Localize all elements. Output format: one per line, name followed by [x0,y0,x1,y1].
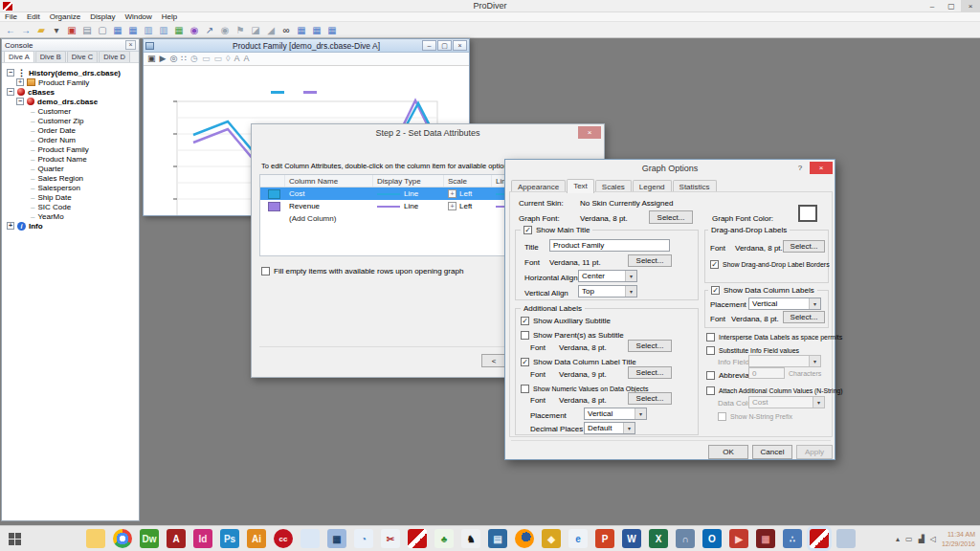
tree-item-column-9[interactable]: Ship Date [37,193,71,202]
palette-icon[interactable]: ▭ [202,55,211,63]
tree-item-column-8[interactable]: Salesperson [37,184,79,192]
abbreviate-checkbox[interactable] [706,371,715,380]
attach-nstring-checkbox[interactable] [706,386,715,395]
show-parents-subtitle-checkbox[interactable] [521,331,529,340]
substitute-info-checkbox[interactable] [706,346,715,355]
outlook-icon[interactable]: O [702,529,722,548]
flag-icon[interactable]: ⚑ [234,23,247,36]
cross-tab-icon[interactable]: ▦ [126,23,140,36]
title-input[interactable]: Product Family [549,239,670,252]
excel-icon[interactable]: X [649,529,668,548]
back-button[interactable]: < [481,354,506,367]
calculator-icon[interactable]: ▦ [327,529,346,548]
expand-icon[interactable]: − [7,88,14,96]
tab-dive-a[interactable]: Dive A [4,51,34,62]
dreamweaver-icon[interactable]: Dw [140,529,159,548]
file-explorer-icon[interactable] [86,529,105,548]
fill-empty-items-checkbox[interactable] [261,267,270,276]
back-icon[interactable]: ← [4,23,17,36]
maximize-button[interactable]: ▢ [942,0,961,12]
close-button[interactable]: × [961,0,980,12]
acrobat-icon[interactable]: A [167,529,186,548]
dive-window-titlebar[interactable]: Product Family [demo_drs.cbase-Dive A] –… [144,39,469,53]
indesign-icon[interactable]: Id [193,529,212,548]
dragdrop-font-select-button[interactable]: Select... [783,240,825,253]
show-main-title-checkbox[interactable]: ✓ [523,226,532,234]
scale-header[interactable]: Scale [444,175,492,187]
tree-item-column-1[interactable]: Customer Zip [37,117,83,125]
creative-cloud-icon[interactable]: cc [274,529,293,548]
console-close-icon[interactable]: × [125,40,136,50]
tree-item-column-4[interactable]: Product Family [37,145,88,154]
labels-placement-dropdown[interactable]: Vertical [748,298,821,310]
illustrator-icon[interactable]: Ai [247,529,266,548]
volume-icon[interactable]: ◁ [930,535,936,543]
pointer-icon[interactable]: ▶ [160,55,167,63]
grid-app-icon[interactable]: ▦ [756,529,775,548]
menu-item-0[interactable]: File [5,12,17,21]
menu-item-3[interactable]: Display [90,12,115,21]
tree-item-column-10[interactable]: SIC Code [37,203,71,211]
font-underline-icon[interactable]: A [243,55,249,63]
green-table-icon[interactable]: ▦ [172,23,186,36]
expand-icon[interactable]: + [16,78,24,86]
start-button[interactable] [0,526,29,551]
sphere-icon[interactable]: ◉ [188,23,201,36]
graph-options-close-button[interactable]: × [810,162,833,174]
show-data-column-label-title-checkbox[interactable]: ✓ [521,358,529,366]
tree-item-product-family[interactable]: Product Family [38,78,89,87]
lock-icon[interactable]: ∩ [676,529,695,548]
tree-item-column-0[interactable]: Customer [37,107,71,116]
expand-icon[interactable]: − [16,98,24,105]
tree-item-cbase[interactable]: demo_drs.cbase [37,98,98,106]
tree-item-column-7[interactable]: Sales Region [37,174,83,183]
cluster-app-icon[interactable]: ∴ [783,529,802,548]
area-chart-icon[interactable]: ◢ [264,23,278,36]
show-numeric-values-checkbox[interactable] [521,385,529,393]
window-minimize-button[interactable]: – [422,40,436,51]
tab-dive-c[interactable]: Dive C [67,51,99,62]
marker-icon[interactable]: ∷ [181,55,187,63]
find-icon[interactable]: ∞ [279,23,293,36]
step2-titlebar[interactable]: Step 2 - Set Data Attributes × [252,124,604,142]
tree-item-history[interactable]: History(demo_drs.cbase) [29,69,121,77]
help-button[interactable]: ? [792,162,808,174]
notebook-icon[interactable] [301,529,320,548]
firefox-icon[interactable] [515,529,534,548]
minimize-button[interactable]: – [923,0,942,12]
tree-item-column-2[interactable]: Order Date [37,126,76,135]
tree-item-column-3[interactable]: Order Num [37,136,76,144]
apply-button[interactable]: Apply [796,445,833,459]
zoom-icon[interactable]: ◎ [169,55,177,63]
table-view-icon[interactable]: ▦ [295,23,308,36]
intersperse-checkbox[interactable] [706,333,715,342]
line-chart-icon[interactable]: ↗ [203,23,216,36]
photoshop-icon[interactable]: Ps [220,529,239,548]
pc-status-icon[interactable]: ▭ [905,535,913,543]
expand-icon[interactable]: + [7,222,14,230]
green-app-icon[interactable]: ♣ [434,529,454,548]
lock-icon[interactable]: ▣ [147,55,156,63]
report-icon[interactable]: ▥ [157,23,170,36]
tree-item-info[interactable]: Info [29,222,43,231]
decimal-places-dropdown[interactable]: Default [584,422,635,434]
expand-icon[interactable]: − [7,69,14,77]
export-icon[interactable]: ▣ [65,23,78,36]
graph-font-color-swatch[interactable] [798,205,817,222]
menu-item-4[interactable]: Window [124,12,151,21]
ie-icon[interactable]: e [568,529,588,548]
menu-item-2[interactable]: Organize [50,12,80,21]
toolbox-icon[interactable]: ◈ [542,529,561,548]
graph-options-titlebar[interactable]: Graph Options ? × [505,160,835,177]
parents-font-select-button[interactable]: Select... [628,340,672,352]
prodiver-icon[interactable] [408,529,427,548]
red-app-icon[interactable]: ▶ [729,529,748,548]
show-auxiliary-subtitle-checkbox[interactable]: ✓ [521,317,529,325]
snapshot-icon[interactable]: ◉ [218,23,232,36]
print-preview-icon[interactable]: ▢ [96,23,109,36]
step2-close-button[interactable]: × [578,126,601,139]
font-color-icon[interactable]: A [234,55,239,63]
placement-dropdown[interactable]: Vertical [584,408,647,420]
ok-button[interactable]: OK [708,445,748,459]
window-restore-button[interactable]: ▢ [437,40,452,51]
